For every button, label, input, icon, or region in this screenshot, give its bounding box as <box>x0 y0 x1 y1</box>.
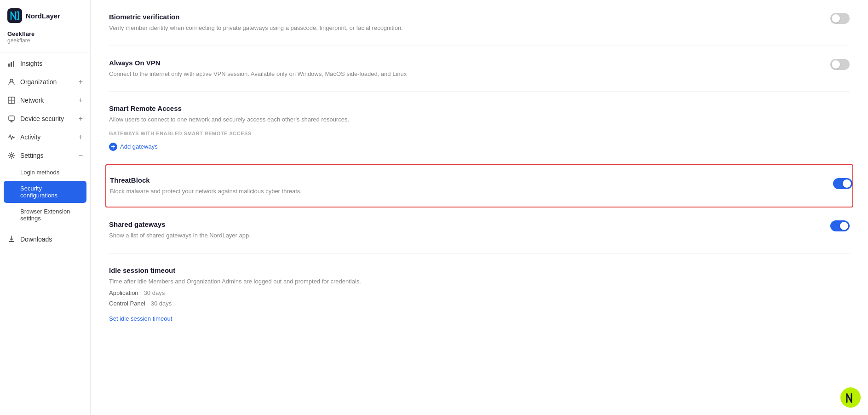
sidebar-item-organization[interactable]: Organization + <box>0 73 90 91</box>
biometric-toggle-wrap <box>830 13 850 26</box>
shared-gateways-title: Shared gateways <box>109 220 850 228</box>
org-sub: geekflare <box>7 37 83 44</box>
sidebar-item-downloads[interactable]: Downloads <box>0 230 90 248</box>
svg-rect-6 <box>9 116 14 121</box>
idle-control-panel-value: 30 days <box>151 300 172 307</box>
sidebar-label-organization: Organization <box>20 78 57 86</box>
activity-icon <box>7 133 16 141</box>
svg-rect-0 <box>7 8 22 23</box>
always-on-vpn-section: Always On VPN Connect to the internet on… <box>109 46 850 92</box>
sidebar-label-settings: Settings <box>20 152 44 159</box>
sidebar: NordLayer Geekflare geekflare Insights O… <box>0 0 91 415</box>
sidebar-divider-bottom <box>0 228 90 228</box>
smart-remote-access-section: Smart Remote Access Allow users to conne… <box>109 92 850 164</box>
set-idle-timeout-link[interactable]: Set idle session timeout <box>109 315 172 322</box>
svg-rect-2 <box>11 62 12 67</box>
shared-gateways-section: Shared gateways Show a list of shared ga… <box>109 208 850 254</box>
idle-control-panel-row: Control Panel 30 days <box>109 300 850 307</box>
settings-expand-icon: − <box>79 151 83 160</box>
settings-subnav: Login methods Security configurations Br… <box>0 165 90 226</box>
idle-session-desc: Time after idle Members and Organization… <box>109 277 850 286</box>
subnav-item-browser-extension-settings[interactable]: Browser Extension settings <box>0 204 90 226</box>
idle-application-row: Application 30 days <box>109 289 850 296</box>
biometric-title: Biometric verification <box>109 13 850 21</box>
organization-expand-icon: + <box>79 78 83 86</box>
smart-remote-access-title: Smart Remote Access <box>109 104 850 112</box>
svg-point-4 <box>10 79 13 82</box>
network-icon <box>7 96 16 104</box>
shared-gateways-toggle[interactable] <box>830 220 850 231</box>
add-gateways-icon: + <box>109 143 117 151</box>
idle-session-section: Idle session timeout Time after idle Mem… <box>109 254 850 336</box>
nordlayer-logo-icon <box>7 8 22 23</box>
sidebar-item-device-security[interactable]: Device security + <box>0 110 90 128</box>
idle-control-panel-label: Control Panel <box>109 300 145 307</box>
svg-point-7 <box>11 155 13 157</box>
idle-session-title: Idle session timeout <box>109 266 850 274</box>
svg-rect-3 <box>13 61 14 67</box>
sidebar-label-insights: Insights <box>20 60 42 67</box>
add-gateways-button[interactable]: + Add gateways <box>109 143 158 151</box>
threatblock-section: ThreatBlock Block malware and protect yo… <box>105 164 853 208</box>
logo-area: NordLayer <box>0 0 90 29</box>
subnav-item-security-configurations[interactable]: Security configurations <box>4 181 86 203</box>
threatblock-toggle[interactable] <box>833 178 852 189</box>
threatblock-desc: Block malware and protect your network a… <box>110 187 849 196</box>
always-on-vpn-title: Always On VPN <box>109 59 850 67</box>
svg-rect-1 <box>8 63 10 67</box>
always-on-vpn-desc: Connect to the internet only with active… <box>109 69 850 79</box>
sidebar-label-device-security: Device security <box>20 115 64 122</box>
smart-remote-access-gateways-label: GATEWAYS WITH ENABLED SMART REMOTE ACCES… <box>109 131 850 136</box>
always-on-vpn-toggle-wrap <box>830 59 850 72</box>
downloads-icon <box>7 235 16 243</box>
biometric-toggle[interactable] <box>830 13 850 24</box>
activity-expand-icon: + <box>79 133 83 141</box>
org-info: Geekflare geekflare <box>0 29 90 50</box>
sidebar-item-insights[interactable]: Insights <box>0 54 90 73</box>
biometric-section: Biometric verification Verify member ide… <box>109 0 850 46</box>
sidebar-label-network: Network <box>20 97 44 104</box>
add-gateways-label: Add gateways <box>120 143 158 150</box>
sidebar-label-activity: Activity <box>20 133 40 141</box>
network-expand-icon: + <box>79 96 83 104</box>
sidebar-item-activity[interactable]: Activity + <box>0 128 90 146</box>
app-name: NordLayer <box>26 12 60 20</box>
device-security-expand-icon: + <box>79 115 83 123</box>
shared-gateways-desc: Show a list of shared gateways in the No… <box>109 231 850 240</box>
main-content: Biometric verification Verify member ide… <box>91 0 868 415</box>
svg-point-8 <box>840 387 861 408</box>
threatblock-title: ThreatBlock <box>110 176 849 184</box>
organization-icon <box>7 78 16 86</box>
shared-gateways-toggle-wrap <box>830 220 850 233</box>
sidebar-item-network[interactable]: Network + <box>0 91 90 110</box>
device-security-icon <box>7 115 16 123</box>
subnav-item-login-methods[interactable]: Login methods <box>0 165 90 180</box>
idle-application-value: 30 days <box>144 289 165 296</box>
sidebar-label-downloads: Downloads <box>20 236 52 243</box>
idle-application-label: Application <box>109 289 138 296</box>
threatblock-toggle-wrap <box>833 178 852 191</box>
smart-remote-access-desc: Allow users to connect to one network an… <box>109 115 850 124</box>
sidebar-item-settings[interactable]: Settings − <box>0 146 90 165</box>
insights-icon <box>7 59 16 68</box>
nordlayer-bottom-icon <box>840 387 861 408</box>
org-name: Geekflare <box>7 30 83 37</box>
biometric-desc: Verify member identity when connecting t… <box>109 23 850 33</box>
settings-icon <box>7 151 16 160</box>
always-on-vpn-toggle[interactable] <box>830 59 850 70</box>
sidebar-divider-top <box>0 52 90 52</box>
